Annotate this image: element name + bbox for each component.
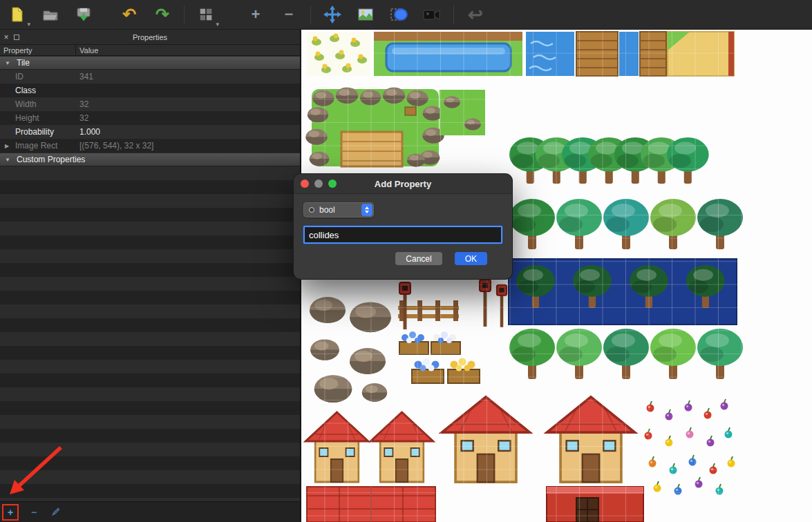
zoom-in-icon — [252, 6, 261, 23]
section-custom-properties[interactable]: Custom Properties — [0, 153, 300, 166]
property-value: 32 — [76, 99, 88, 109]
dialog-buttons: Cancel OK — [303, 244, 502, 265]
property-value: 32 — [76, 113, 88, 123]
dialog-title: Add Property — [294, 179, 512, 189]
property-name: Width — [0, 99, 76, 109]
property-value: 341 — [76, 72, 93, 81]
property-name: Class — [0, 86, 76, 95]
main-toolbar — [0, 0, 812, 30]
tiled-app-window: Properties Property Value Tile ID 341 Cl… — [0, 0, 812, 522]
move-tool-icon — [323, 5, 342, 24]
property-type-select[interactable]: bool — [303, 202, 374, 218]
undo-button[interactable] — [117, 3, 141, 26]
property-name: ID — [0, 72, 76, 81]
panel-title: Properties — [0, 33, 300, 41]
redo-icon — [155, 5, 169, 24]
camera-button[interactable] — [420, 3, 444, 26]
properties-panel-titlebar: Properties — [0, 30, 300, 44]
save-button[interactable] — [72, 3, 95, 26]
dialog-titlebar: Add Property — [294, 174, 512, 194]
chevron-down-icon — [27, 21, 30, 28]
edit-property-button[interactable] — [49, 507, 63, 518]
return-icon — [468, 4, 483, 26]
return-button[interactable] — [464, 3, 487, 26]
property-column-headers: Property Value — [0, 44, 300, 56]
chevron-down-icon — [5, 153, 10, 166]
add-property-dialog: Add Property bool Cancel OK — [294, 174, 512, 279]
terrain-brush-button[interactable] — [194, 3, 218, 26]
redo-button[interactable] — [151, 3, 174, 26]
zoom-out-icon — [285, 6, 294, 23]
property-row-height[interactable]: Height 32 — [0, 111, 300, 125]
add-property-button[interactable]: + — [3, 507, 17, 518]
chevron-down-icon — [216, 21, 219, 28]
remove-property-button[interactable]: − — [27, 507, 41, 518]
tileset-image-button[interactable] — [354, 3, 377, 26]
ellipse-select-button[interactable] — [387, 3, 410, 26]
property-row-image-rect[interactable]: Image Rect [(576, 544), 32 x 32] — [0, 139, 300, 153]
open-file-icon — [41, 6, 59, 23]
chevron-down-icon — [5, 57, 10, 69]
new-file-button[interactable] — [6, 3, 29, 26]
toolbar-separator — [310, 6, 311, 23]
new-file-icon — [8, 6, 26, 23]
property-name-input[interactable] — [303, 226, 502, 244]
column-header-property: Property — [0, 45, 76, 55]
property-type-value: bool — [319, 205, 335, 215]
save-icon — [75, 6, 93, 23]
ok-button[interactable]: OK — [455, 252, 487, 265]
property-name: Image Rect — [0, 141, 76, 151]
tileset-image-icon — [357, 6, 375, 23]
property-row-probability[interactable]: Probability 1.000 — [0, 125, 300, 139]
stepper-icon — [361, 204, 372, 216]
column-header-value: Value — [76, 46, 98, 55]
dialog-body: bool Cancel OK — [294, 194, 512, 265]
ellipse-select-icon — [389, 6, 408, 23]
properties-panel: Properties Property Value Tile ID 341 Cl… — [0, 30, 301, 522]
section-tile[interactable]: Tile — [0, 56, 300, 70]
zoom-out-button[interactable] — [277, 3, 301, 26]
toolbar-separator — [184, 6, 185, 23]
toolbar-separator — [453, 6, 454, 23]
move-tool-button[interactable] — [321, 3, 344, 26]
properties-footer-toolbar: + − — [0, 501, 300, 522]
property-row-width[interactable]: Width 32 — [0, 97, 300, 111]
open-file-button[interactable] — [39, 3, 62, 26]
terrain-brush-icon — [198, 6, 214, 23]
property-name: Height — [0, 113, 76, 123]
camera-icon — [422, 6, 442, 23]
property-value: [(576, 544), 32 x 32] — [76, 141, 153, 151]
property-name: Probability — [0, 127, 76, 137]
annotation-highlight-box: + — [2, 504, 19, 521]
chevron-right-icon[interactable] — [5, 139, 9, 153]
edit-pencil-icon — [52, 507, 61, 516]
property-value: 1.000 — [76, 127, 100, 137]
undo-icon — [122, 5, 136, 24]
property-row-class[interactable]: Class — [0, 84, 300, 97]
empty-property-rows — [0, 166, 300, 501]
zoom-in-button[interactable] — [244, 3, 267, 26]
cancel-button[interactable]: Cancel — [395, 252, 442, 265]
bool-type-icon — [309, 207, 314, 213]
property-row-id[interactable]: ID 341 — [0, 70, 300, 84]
